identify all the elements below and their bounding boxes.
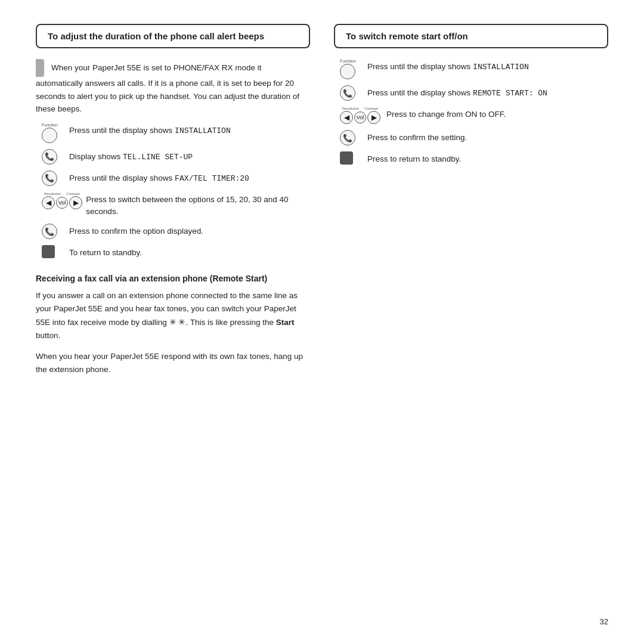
nav-labels: Resolution Contrast xyxy=(44,192,80,196)
right-phone-button-2: 📞 xyxy=(340,130,355,145)
function-button xyxy=(42,128,57,143)
function-button-group: Function xyxy=(42,123,58,143)
contrast-label: Contrast xyxy=(66,192,80,196)
right-nav-buttons: ◀ Vol ▶ xyxy=(340,111,380,124)
right-step-text-3: Press to change from ON to OFF. xyxy=(386,107,506,120)
right-step-icon-2: 📞 xyxy=(340,85,361,101)
step-row: Resolution Contrast ◀ Vol ▶ Press to cha… xyxy=(340,107,608,124)
start-bold: Start xyxy=(276,318,295,327)
step-text-6: To return to standby. xyxy=(69,245,142,259)
step-row: To return to standby. xyxy=(42,245,310,259)
nav-group: Resolution Contrast ◀ Vol ▶ xyxy=(42,192,82,209)
page-number: 32 xyxy=(600,617,608,626)
right-step-text-4: Press to confirm the setting. xyxy=(367,130,467,144)
star-icon-1: ✳ xyxy=(169,317,177,327)
right-function-button-group: Function xyxy=(340,59,356,79)
step-text-3: Press until the display shows FAX/TEL TI… xyxy=(69,171,249,185)
right-nav-labels: Resolution Contrast xyxy=(342,107,378,110)
nav-left-button: ◀ xyxy=(42,196,55,209)
step-text-1: Press until the display shows INSTALLATI… xyxy=(69,123,231,137)
right-function-button xyxy=(340,64,355,79)
step-icon-3: 📞 xyxy=(42,171,63,186)
right-step-icon-3: Resolution Contrast ◀ Vol ▶ xyxy=(340,107,380,124)
right-nav-group: Resolution Contrast ◀ Vol ▶ xyxy=(340,107,380,124)
step-row: Resolution Contrast ◀ Vol ▶ Press to swi… xyxy=(42,192,310,218)
nav-right-button: ▶ xyxy=(69,196,82,209)
step-text-2: Display shows TEL.LINE SET-UP xyxy=(69,149,193,163)
step-text-5: Press to confirm the option displayed. xyxy=(69,224,203,237)
two-column-layout: To adjust the duration of the phone call… xyxy=(36,24,608,383)
right-function-label: Function xyxy=(340,59,356,63)
step-row: Press to return to standby. xyxy=(340,151,608,165)
nav-vol-button: Vol xyxy=(56,197,68,209)
right-square-button xyxy=(340,151,353,165)
right-phone-button: 📞 xyxy=(340,85,355,101)
step-icon-1: Function xyxy=(42,123,63,143)
phone-button-3: 📞 xyxy=(42,224,57,239)
right-steps-list: Function Press until the display shows I… xyxy=(334,59,608,165)
step-row: 📞 Press to confirm the option displayed. xyxy=(42,224,310,239)
left-column: To adjust the duration of the phone call… xyxy=(36,24,310,383)
right-step-icon-5 xyxy=(340,151,361,165)
step-row: Function Press until the display shows I… xyxy=(42,123,310,143)
star-icon-2: ✳ xyxy=(178,317,185,327)
section2: Receiving a fax call via an extension ph… xyxy=(36,274,310,377)
right-nav-vol-button: Vol xyxy=(354,112,366,123)
step-row: 📞 Press until the display shows FAX/TEL … xyxy=(42,171,310,186)
right-nav-right-button: ▶ xyxy=(367,111,380,124)
right-step-icon-4: 📞 xyxy=(340,130,361,145)
square-button xyxy=(42,245,55,258)
step-icon-2: 📞 xyxy=(42,149,63,165)
right-step-text-2: Press until the display shows REMOTE STA… xyxy=(367,85,547,100)
left-box-title: To adjust the duration of the phone call… xyxy=(48,31,264,41)
step-row: 📞 Press to confirm the setting. xyxy=(340,130,608,145)
right-step-icon-1: Function xyxy=(340,59,361,79)
resolution-label: Resolution xyxy=(44,192,61,196)
tab-indicator xyxy=(36,59,44,77)
step-icon-4: Resolution Contrast ◀ Vol ▶ xyxy=(42,192,80,209)
intro-text: When your PaperJet 55E is set to PHONE/F… xyxy=(36,63,299,113)
section2-para1: If you answer a call on an extension pho… xyxy=(36,289,310,343)
section2-heading: Receiving a fax call via an extension ph… xyxy=(36,274,310,283)
step-text-4: Press to switch between the options of 1… xyxy=(86,192,310,218)
right-step-text-1: Press until the display shows INSTALLATI… xyxy=(367,59,529,73)
right-resolution-label: Resolution xyxy=(342,107,359,110)
function-label: Function xyxy=(42,123,58,127)
left-box: To adjust the duration of the phone call… xyxy=(36,24,310,48)
step-icon-5: 📞 xyxy=(42,224,63,239)
page: To adjust the duration of the phone call… xyxy=(0,0,644,644)
right-nav-left-button: ◀ xyxy=(340,111,353,124)
right-column: To switch remote start off/on Function P… xyxy=(334,24,608,383)
nav-buttons: ◀ Vol ▶ xyxy=(42,196,82,209)
step-row: Function Press until the display shows I… xyxy=(340,59,608,79)
phone-button-2: 📞 xyxy=(42,171,57,186)
right-contrast-label: Contrast xyxy=(364,107,378,110)
right-step-text-5: Press to return to standby. xyxy=(367,151,461,165)
right-box: To switch remote start off/on xyxy=(334,24,608,48)
step-row: 📞 Press until the display shows REMOTE S… xyxy=(340,85,608,101)
phone-button: 📞 xyxy=(42,149,57,165)
step-row: 📞 Display shows TEL.LINE SET-UP xyxy=(42,149,310,165)
step-icon-6 xyxy=(42,245,63,258)
section2-para2: When you hear your PaperJet 55E respond … xyxy=(36,350,310,377)
steps-list: Function Press until the display shows I… xyxy=(36,123,310,259)
right-box-title: To switch remote start off/on xyxy=(346,31,468,41)
